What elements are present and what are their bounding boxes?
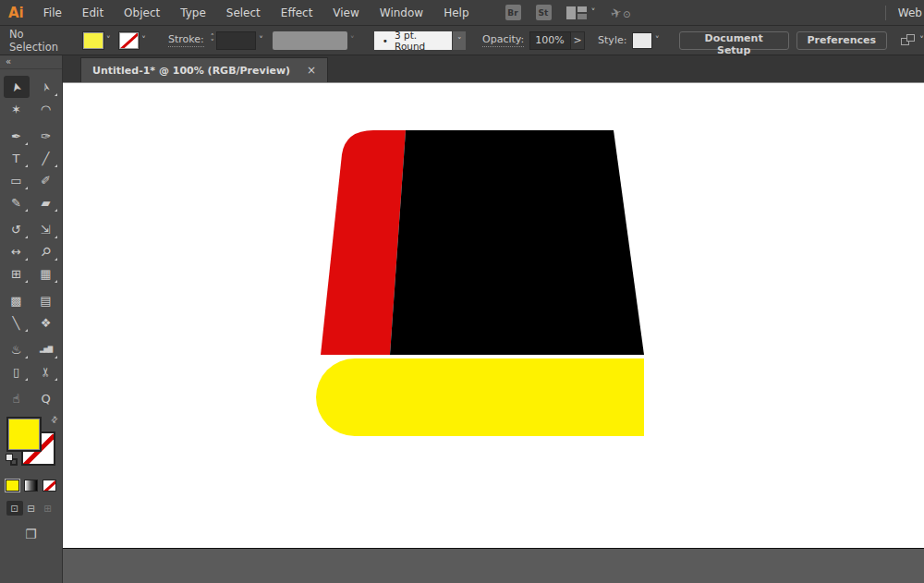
tool-scale[interactable]: ⇲ (33, 218, 59, 240)
tool-flyout-badge (55, 258, 57, 261)
swap-fill-stroke-icon[interactable]: ⇄ (49, 414, 60, 425)
gradient-button[interactable] (24, 480, 38, 492)
gradient-icon: ▤ (40, 295, 51, 307)
tool-blend[interactable]: ❖ (33, 311, 59, 334)
app-logo[interactable]: Ai (8, 5, 24, 21)
graphic-style-swatch[interactable] (632, 32, 651, 49)
tool-artboard[interactable]: ▯ (4, 360, 30, 383)
menu-edit[interactable]: Edit (72, 0, 114, 26)
variable-width-profile-combo[interactable]: • 3 pt. Round ˅ (374, 31, 466, 50)
tool-column-graph[interactable]: ▂▅▇ (33, 338, 59, 360)
tool-flyout-badge (25, 164, 28, 167)
workspace-current[interactable]: Web (885, 0, 924, 26)
collapse-panel-button[interactable]: « (0, 55, 62, 69)
tool-slice[interactable]: ✂ (33, 360, 59, 383)
workspace-name: Web (898, 6, 924, 19)
stroke-weight-field[interactable] (216, 31, 256, 50)
tool-paintbrush[interactable]: ✐ (33, 169, 59, 191)
tool-zoom[interactable]: Q (33, 387, 59, 409)
tool-mesh[interactable]: ▩ (4, 289, 30, 311)
tool-curvature[interactable]: ✑ (33, 125, 59, 147)
style-label: Style: (598, 34, 626, 47)
tool-rotate[interactable]: ↺ (4, 218, 30, 240)
share-button[interactable]: ✈ (611, 5, 633, 21)
symbol-sprayer-icon: ♨ (11, 344, 22, 356)
stock-button[interactable]: St (536, 5, 552, 20)
draw-normal-button[interactable]: ⊡ (6, 501, 23, 516)
book-pages-shape[interactable] (316, 358, 644, 436)
lasso-icon: ◠ (41, 103, 51, 115)
document-tab-bar: Untitled-1* @ 100% (RGB/Preview) × (63, 55, 924, 83)
menu-object[interactable]: Object (114, 0, 170, 26)
profile-bullet: • (383, 35, 388, 46)
chevron-down-icon[interactable]: ˅ (106, 35, 111, 45)
stroke-weight-label[interactable]: Stroke: (168, 33, 204, 47)
tool-line-segment[interactable]: ╱ (33, 147, 59, 169)
close-tab-icon[interactable]: × (307, 65, 316, 76)
tool-shape-builder[interactable]: ⊞ (4, 262, 30, 285)
tool-flyout-badge (25, 258, 28, 261)
bridge-button[interactable]: Br (505, 5, 521, 20)
tool-eyedropper[interactable]: ╲ (4, 311, 30, 334)
tool-magic-wand[interactable]: ✶ (4, 98, 30, 120)
canvas[interactable] (63, 83, 924, 583)
tool-shaper[interactable]: ✎ (4, 191, 30, 213)
tool-type[interactable]: T (4, 147, 30, 169)
zoom-icon: Q (41, 393, 50, 405)
menu-file[interactable]: File (33, 0, 72, 26)
paintbrush-icon: ✐ (41, 175, 51, 187)
document-tab[interactable]: Untitled-1* @ 100% (RGB/Preview) × (80, 57, 328, 82)
document-setup-button[interactable]: Document Setup (679, 31, 789, 50)
none-button[interactable] (43, 480, 56, 492)
tool-symbol-sprayer[interactable]: ♨ (4, 338, 30, 360)
brush-definition-dropdown[interactable] (273, 31, 347, 50)
opacity-field[interactable]: 100% (529, 31, 571, 50)
menu-type[interactable]: Type (170, 0, 216, 26)
opacity-panel-button[interactable]: > (571, 31, 585, 50)
opacity-label[interactable]: Opacity: (482, 33, 524, 47)
color-button[interactable] (6, 480, 19, 492)
chevron-down-icon[interactable]: ˅ (350, 35, 355, 45)
chevron-down-icon[interactable]: ˅ (655, 35, 660, 45)
fill-color-swatch[interactable] (83, 32, 103, 49)
stroke-weight-stepper[interactable]: ˄˅ (211, 35, 214, 46)
tool-selection[interactable]: ➤ (4, 76, 30, 98)
tool-width[interactable]: ↔ (4, 240, 30, 262)
tool-eraser[interactable]: ▰ (33, 191, 59, 213)
book-artwork[interactable] (314, 130, 647, 437)
tool-pen[interactable]: ✒ (4, 125, 30, 147)
chevron-down-icon[interactable]: ˅ (141, 35, 146, 45)
menu-select[interactable]: Select (216, 0, 271, 26)
preferences-button[interactable]: Preferences (796, 31, 887, 50)
menu-help[interactable]: Help (433, 0, 479, 26)
menu-view[interactable]: View (322, 0, 369, 26)
workspace-switcher[interactable]: ˅ (566, 6, 596, 19)
line-segment-icon: ╱ (43, 152, 50, 164)
tool-flyout-badge (55, 280, 57, 283)
menu-effect[interactable]: Effect (271, 0, 323, 26)
tool-rectangle[interactable]: ▭ (4, 169, 30, 191)
book-cover-shape[interactable] (390, 130, 644, 355)
shaper-icon: ✎ (11, 197, 21, 209)
tool-flyout-badge (55, 164, 57, 167)
chevron-down-icon[interactable]: ˅ (259, 35, 263, 45)
profile-text: 3 pt. Round (395, 30, 444, 52)
align-options[interactable]: ˅ (900, 34, 924, 47)
tool-direct-selection[interactable]: ➢ (33, 76, 59, 98)
stroke-color-swatch[interactable] (119, 32, 139, 49)
draw-behind-button[interactable]: ⊟ (23, 501, 40, 516)
tool-lasso[interactable]: ◠ (33, 98, 59, 120)
default-fill-stroke-icon[interactable] (6, 454, 20, 468)
mesh-icon: ▩ (10, 295, 21, 307)
menu-window[interactable]: Window (370, 0, 433, 26)
tool-gradient[interactable]: ▤ (33, 289, 59, 311)
tool-hand[interactable]: ☝ (4, 387, 30, 409)
chevron-down-icon[interactable]: ˅ (452, 31, 466, 50)
tool-puppet-warp[interactable]: ⚲ (33, 240, 59, 262)
chevron-down-icon: ˅ (919, 36, 924, 45)
tool-flyout-badge (55, 209, 57, 212)
draw-inside-button: ⊞ (40, 501, 56, 516)
fill-indicator[interactable] (6, 417, 42, 452)
tool-perspective-grid[interactable]: ▦ (33, 262, 59, 285)
screen-mode-button[interactable]: ❐ (25, 527, 37, 541)
